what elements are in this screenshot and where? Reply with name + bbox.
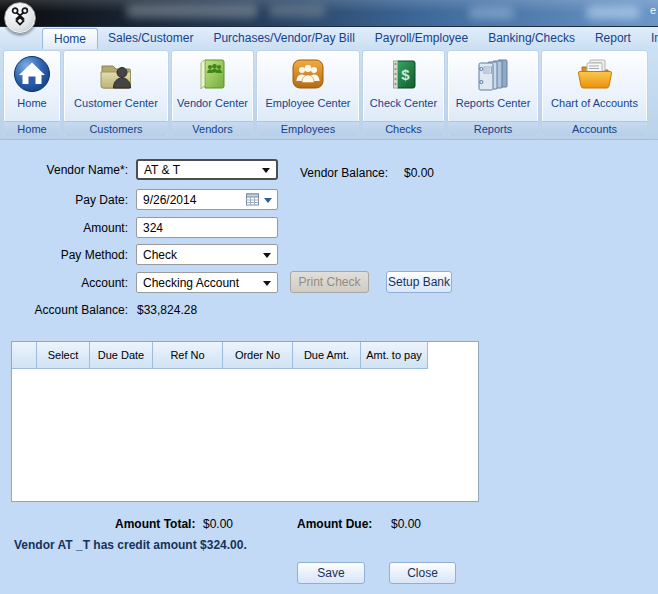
account-combobox[interactable]: Checking Account xyxy=(136,272,278,293)
account-balance-label: Account Balance: xyxy=(0,303,128,317)
reports-center-button[interactable]: Reports Center xyxy=(448,51,538,121)
ribbon-button-label: Reports Center xyxy=(456,97,531,109)
employee-center-button[interactable]: Employee Center xyxy=(257,51,359,121)
amount-due-value: $0.00 xyxy=(391,517,421,531)
row-selector-header xyxy=(12,342,37,369)
titlebar-redacted-text xyxy=(268,5,326,17)
vendor-name-combobox[interactable]: AT & T xyxy=(136,159,278,180)
ribbon-button-label: Chart of Accounts xyxy=(551,97,638,109)
vendor-name-label: Vendor Name*: xyxy=(0,163,128,177)
ribbon-group-caption: Vendors xyxy=(172,121,253,136)
check-center-button[interactable]: $ Check Center xyxy=(363,51,444,121)
chart-of-accounts-button[interactable]: Chart of Accounts xyxy=(542,51,647,121)
app-menu-button[interactable] xyxy=(4,2,36,34)
ribbon-button-label: Employee Center xyxy=(266,97,351,109)
app-window: e Home Sales/Customer Purchases/Vendor/P… xyxy=(0,0,658,594)
close-button[interactable]: Close xyxy=(389,562,456,584)
column-header-order-no[interactable]: Order No xyxy=(223,342,293,369)
pay-method-combobox[interactable]: Check xyxy=(136,244,278,265)
grid-header-row: Select Due Date Ref No Order No Due Amt.… xyxy=(12,342,478,369)
reports-center-icon xyxy=(473,54,513,94)
tab-import-export[interactable]: Import/Export xyxy=(641,28,658,49)
print-check-button[interactable]: Print Check xyxy=(290,271,369,293)
customer-center-icon xyxy=(96,54,136,94)
tab-sales-customer[interactable]: Sales/Customer xyxy=(98,28,203,49)
ribbon-group-caption: Accounts xyxy=(542,121,647,136)
title-bar: e xyxy=(0,0,658,26)
vendor-center-icon xyxy=(193,54,233,94)
ribbon-group-caption: Customers xyxy=(64,121,168,136)
ribbon-group-vendors: Vendor Center Vendors xyxy=(171,50,254,137)
pay-method-label: Pay Method: xyxy=(0,248,128,262)
amount-total-value: $0.00 xyxy=(203,517,233,531)
titlebar-text-fragment: e xyxy=(650,4,656,16)
ribbon-group-reports: Reports Center Reports xyxy=(447,50,539,137)
vendor-balance-value: $0.00 xyxy=(404,166,434,180)
tab-purchases-vendor-pay-bill[interactable]: Purchases/Vendor/Pay Bill xyxy=(203,28,364,49)
vendor-credit-note: Vendor AT _T has credit amount $324.00. xyxy=(14,538,247,552)
account-value: Checking Account xyxy=(143,276,239,290)
amount-due-label: Amount Due: xyxy=(297,517,372,531)
titlebar-highlight xyxy=(586,6,640,19)
column-header-amt-to-pay[interactable]: Amt. to pay xyxy=(361,342,428,369)
vendor-balance-label: Vendor Balance: xyxy=(300,166,388,180)
ribbon-group-employees: Employee Center Employees xyxy=(256,50,360,137)
ribbon-group-customers: Customer Center Customers xyxy=(63,50,169,137)
ribbon-group-accounts: Chart of Accounts Accounts xyxy=(541,50,648,137)
vendor-center-button[interactable]: Vendor Center xyxy=(172,51,253,121)
employee-center-icon xyxy=(288,54,328,94)
tab-banking-checks[interactable]: Banking/Checks xyxy=(478,28,585,49)
ribbon-tab-strip: Home Sales/Customer Purchases/Vendor/Pay… xyxy=(0,26,658,49)
ribbon-button-label: Customer Center xyxy=(74,97,158,109)
customer-center-button[interactable]: Customer Center xyxy=(64,51,168,121)
ribbon-group-caption: Reports xyxy=(448,121,538,136)
setup-bank-button[interactable]: Setup Bank xyxy=(386,271,452,293)
bills-grid: Select Due Date Ref No Order No Due Amt.… xyxy=(11,341,479,502)
pay-date-picker[interactable]: 9/26/2014 xyxy=(136,189,278,210)
account-balance-value: $33,824.28 xyxy=(137,303,197,317)
ribbon-button-label: Check Center xyxy=(370,97,437,109)
titlebar-redacted-text xyxy=(126,4,258,18)
column-header-due-date[interactable]: Due Date xyxy=(90,342,153,369)
pay-date-value: 9/26/2014 xyxy=(143,193,196,207)
ribbon: Home Home Customer Center xyxy=(0,49,658,140)
calendar-icon xyxy=(246,193,259,209)
svg-text:$: $ xyxy=(401,66,410,83)
tab-payroll-employee[interactable]: Payroll/Employee xyxy=(365,28,478,49)
tab-report[interactable]: Report xyxy=(585,28,641,49)
titlebar-highlight xyxy=(468,7,514,19)
ribbon-button-label: Home xyxy=(17,97,46,109)
save-button[interactable]: Save xyxy=(297,562,365,584)
home-icon xyxy=(12,54,52,94)
ribbon-group-home: Home Home xyxy=(3,50,61,137)
ribbon-group-checks: $ Check Center Checks xyxy=(362,50,445,137)
vendor-name-value: AT & T xyxy=(144,163,180,177)
amount-input[interactable] xyxy=(136,217,278,238)
grid-body-empty xyxy=(12,369,478,502)
ribbon-button-label: Vendor Center xyxy=(177,97,248,109)
chart-of-accounts-icon xyxy=(575,54,615,94)
check-center-icon: $ xyxy=(384,54,424,94)
ribbon-group-caption: Home xyxy=(4,121,60,136)
column-header-ref-no[interactable]: Ref No xyxy=(153,342,223,369)
home-button[interactable]: Home xyxy=(4,51,60,121)
column-header-due-amt[interactable]: Due Amt. xyxy=(293,342,361,369)
amount-total-label: Amount Total: xyxy=(115,517,195,531)
ribbon-group-caption: Employees xyxy=(257,121,359,136)
pay-method-value: Check xyxy=(143,248,177,262)
tab-home[interactable]: Home xyxy=(42,28,98,49)
amount-label: Amount: xyxy=(0,221,128,235)
chevron-down-icon xyxy=(263,281,271,286)
column-header-select[interactable]: Select xyxy=(37,342,90,369)
pay-date-label: Pay Date: xyxy=(0,193,128,207)
chevron-down-icon xyxy=(264,198,272,203)
app-logo-icon xyxy=(7,3,33,33)
titlebar-sheen xyxy=(0,0,658,12)
chevron-down-icon xyxy=(263,253,271,258)
chevron-down-icon xyxy=(262,168,270,173)
account-label: Account: xyxy=(0,276,128,290)
ribbon-group-caption: Checks xyxy=(363,121,444,136)
